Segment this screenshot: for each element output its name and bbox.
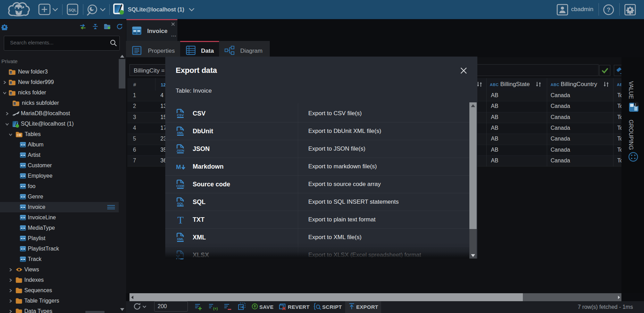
svg-text:M: M <box>176 164 181 170</box>
svg-text:T: T <box>177 215 184 225</box>
svg-text:?: ? <box>607 7 610 13</box>
svg-text:SQL: SQL <box>68 8 77 12</box>
svg-text:XML: XML <box>177 237 184 241</box>
svg-text:CSV: CSV <box>177 113 184 117</box>
svg-text:JSON: JSON <box>176 149 184 152</box>
svg-text:(+): (+) <box>213 306 218 311</box>
svg-text:SQL: SQL <box>177 202 184 205</box>
svg-text:CODE: CODE <box>176 185 185 188</box>
svg-text:XML: XML <box>177 131 184 135</box>
